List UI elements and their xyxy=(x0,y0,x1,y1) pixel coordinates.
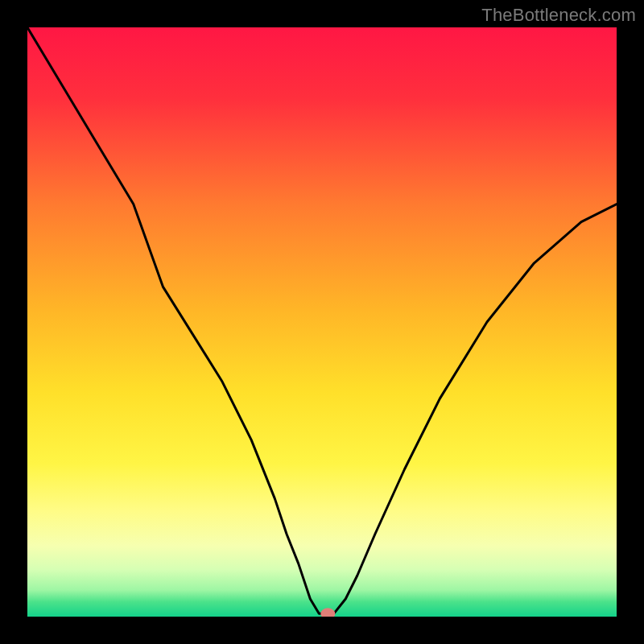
plot-svg xyxy=(27,27,617,617)
plot-area xyxy=(27,27,617,617)
plot-background xyxy=(27,27,617,617)
watermark-text: TheBottleneck.com xyxy=(481,5,636,26)
chart-outer-frame: TheBottleneck.com xyxy=(0,0,644,644)
